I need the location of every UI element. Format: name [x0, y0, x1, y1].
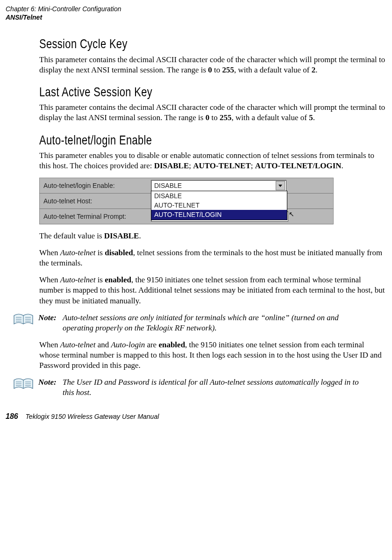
- para-last-active: This parameter contains the decimal ASCI…: [39, 102, 386, 123]
- book-icon: [13, 313, 34, 327]
- page-header: Chapter 6: Mini-Controller Configuration…: [6, 5, 386, 22]
- auto-telnet-enable-select[interactable]: DISABLE: [151, 180, 286, 191]
- para-enabled: When Auto-telnet is enabled, the 9150 in…: [39, 275, 386, 306]
- book-icon: [13, 377, 34, 391]
- figure-label-prompt: Auto-telnet Terminal Prompt:: [43, 212, 151, 221]
- note-label: Note:: [38, 313, 63, 323]
- footer-page-number: 186: [6, 412, 18, 420]
- header-subhead: ANSI/Telnet: [6, 13, 386, 22]
- footer-manual-title: Teklogix 9150 Wireless Gateway User Manu…: [26, 413, 159, 420]
- heading-auto-telnet-login-enable: Auto-telnet/login Enable: [39, 132, 310, 149]
- note-body: Auto-telnet sessions are only initiated …: [63, 313, 371, 333]
- auto-telnet-figure: Auto-telnet/login Enable: DISABLE DISABL…: [39, 178, 334, 224]
- heading-last-active-session-key: Last Active Session Key: [39, 84, 310, 101]
- heading-session-cycle-key: Session Cycle Key: [39, 36, 310, 52]
- note-body: The User ID and Password is identical fo…: [63, 377, 371, 398]
- note-label: Note:: [38, 377, 63, 388]
- page-footer: 186 Teklogix 9150 Wireless Gateway User …: [6, 412, 386, 422]
- para-session-cycle: This parameter contains the decimal ASCI…: [39, 55, 386, 75]
- chevron-down-icon[interactable]: [276, 181, 285, 190]
- para-both-enabled: When Auto-telnet and Auto-login are enab…: [39, 340, 386, 371]
- dropdown-option-auto-telnet[interactable]: AUTO-TELNET: [151, 201, 287, 210]
- dropdown-option-auto-telnet-login[interactable]: AUTO-TELNET/LOGIN ↖: [151, 210, 287, 219]
- para-auto-telnet-intro: This parameter enables you to disable or…: [39, 151, 386, 171]
- note-userid-password: Note:The User ID and Password is identic…: [13, 377, 386, 398]
- cursor-icon: ↖: [289, 210, 294, 218]
- para-default-value: The default value is DISABLE.: [39, 231, 386, 241]
- figure-label-enable: Auto-telnet/login Enable:: [43, 181, 151, 190]
- select-value: DISABLE: [154, 181, 182, 190]
- auto-telnet-enable-dropdown[interactable]: DISABLE AUTO-TELNET AUTO-TELNET/LOGIN ↖: [151, 191, 287, 220]
- header-chapter: Chapter 6: Mini-Controller Configuration: [6, 5, 386, 13]
- note-online-terminals: Note:Auto-telnet sessions are only initi…: [13, 313, 386, 333]
- dropdown-option-disable[interactable]: DISABLE: [151, 191, 287, 201]
- para-disabled: When Auto-telnet is disabled, telnet ses…: [39, 248, 386, 268]
- figure-row-enable: Auto-telnet/login Enable: DISABLE DISABL…: [39, 178, 334, 194]
- figure-label-host: Auto-telnet Host:: [43, 197, 151, 205]
